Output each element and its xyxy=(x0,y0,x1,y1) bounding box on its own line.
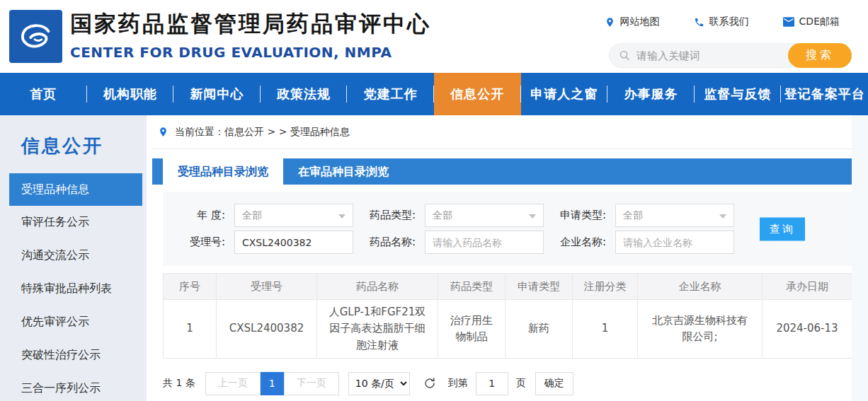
confirm-button[interactable]: 确定 xyxy=(535,372,573,395)
nav-item-party[interactable]: 党建工作 xyxy=(347,73,434,115)
breadcrumb: 当前位置：信息公开 > > 受理品种信息 xyxy=(152,115,852,149)
contact-us-link[interactable]: 联系我们 xyxy=(694,16,749,28)
header-registration-class: 注册分类 xyxy=(573,274,638,300)
apply-type-select[interactable]: 全部 xyxy=(615,204,734,227)
sitemap-link[interactable]: 网站地图 xyxy=(605,16,660,28)
drug-type-select[interactable]: 全部 xyxy=(425,204,544,227)
cde-logo[interactable] xyxy=(9,10,62,63)
cell-registration-class: 1 xyxy=(573,300,638,359)
header-undertake-date: 承办日期 xyxy=(763,274,852,300)
filter-row-2: 受理号: 药品名称: 企业名称: xyxy=(163,231,852,254)
site-title-block: 国家药品监督管理局药品审评中心 CENTER FOR DRUG EVALUATI… xyxy=(70,9,431,61)
breadcrumb-pin-icon xyxy=(158,127,169,137)
year-label: 年 度: xyxy=(163,209,234,222)
nav-item-home[interactable]: 首页 xyxy=(0,73,87,115)
chevron-down-icon xyxy=(338,214,346,219)
page-size-select[interactable]: 10 条/页 xyxy=(348,372,410,395)
pagination-total: 共 1 条 xyxy=(163,377,195,390)
drug-type-label: 药品类型: xyxy=(353,209,425,222)
drug-name-input[interactable] xyxy=(425,231,544,254)
nav-item-policy[interactable]: 政策法规 xyxy=(261,73,348,115)
nav-item-applicant-window[interactable]: 申请人之窗 xyxy=(521,73,608,115)
cell-drug-name: 人GLP-1和FGF21双因子高表达脂肪干细胞注射液 xyxy=(317,300,438,359)
page-body: 信息公开 受理品种信息 审评任务公示 沟通交流公示 特殊审批品种列表 优先审评公… xyxy=(0,115,868,401)
tab-accepted-catalog[interactable]: 受理品种目录浏览 xyxy=(163,158,283,185)
filter-row-1: 年 度: 全部 药品类型: 全部 申请类型: 全部 xyxy=(163,204,852,227)
main-content: 当前位置：信息公开 > > 受理品种信息 受理品种目录浏览 在审品种目录浏览 年… xyxy=(147,115,852,401)
acceptance-number-label: 受理号: xyxy=(163,236,234,249)
site-header: 国家药品监督管理局药品审评中心 CENTER FOR DRUG EVALUATI… xyxy=(0,0,868,73)
sitemap-link-label: 网站地图 xyxy=(620,16,660,28)
header-seq: 序号 xyxy=(164,274,217,300)
cell-drug-type: 治疗用生物制品 xyxy=(438,300,506,359)
location-pin-icon xyxy=(605,17,615,28)
goto-page-input[interactable] xyxy=(476,372,508,395)
chevron-down-icon xyxy=(529,214,536,219)
sidebar-item-three-in-one[interactable]: 三合一序列公示 xyxy=(0,372,147,401)
refresh-icon[interactable] xyxy=(423,377,436,390)
filter-panel: 年 度: 全部 药品类型: 全部 申请类型: 全部 受理号: xyxy=(163,192,852,266)
sidebar-item-review-tasks[interactable]: 审评任务公示 xyxy=(0,206,147,239)
goto-page-unit: 页 xyxy=(516,377,526,390)
chevron-down-icon xyxy=(719,214,726,219)
results-table: 序号 受理号 药品名称 药品类型 申请类型 注册分类 企业名称 承办日期 1 C… xyxy=(163,273,852,359)
header-apply-type: 申请类型 xyxy=(506,274,573,300)
cell-acceptance-number: CXSL2400382 xyxy=(217,300,317,359)
table-header-row: 序号 受理号 药品名称 药品类型 申请类型 注册分类 企业名称 承办日期 xyxy=(164,274,852,300)
goto-page-label: 到第 xyxy=(448,377,468,390)
next-page-button[interactable]: 下一页 xyxy=(284,372,339,395)
header-search-bar: 搜索 xyxy=(609,43,852,68)
cell-company-name: 北京吉源生物科技有限公司; xyxy=(638,300,763,359)
page-background-strip xyxy=(852,115,868,401)
sidebar-item-special-approval[interactable]: 特殊审批品种列表 xyxy=(0,272,147,306)
pagination-bar: 共 1 条 上一页 1 下一页 10 条/页 到第 页 确定 xyxy=(163,372,852,395)
cell-undertake-date: 2024-06-13 xyxy=(763,300,852,359)
sidebar-title: 信息公开 xyxy=(0,115,147,173)
header-company-name: 企业名称 xyxy=(638,274,763,300)
sidebar-item-breakthrough-therapy[interactable]: 突破性治疗公示 xyxy=(0,339,147,372)
breadcrumb-text: 当前位置：信息公开 > > 受理品种信息 xyxy=(175,126,350,139)
drug-name-label: 药品名称: xyxy=(353,236,425,249)
acceptance-number-input[interactable] xyxy=(234,231,353,254)
search-input[interactable] xyxy=(631,50,788,62)
cell-apply-type: 新药 xyxy=(506,300,573,359)
site-title: 国家药品监督管理局药品审评中心 xyxy=(70,9,431,39)
sidebar-item-accepted-varieties[interactable]: 受理品种信息 xyxy=(9,173,142,206)
search-icon xyxy=(610,50,631,62)
nav-item-supervision[interactable]: 监督与反馈 xyxy=(695,73,782,115)
drug-type-select-value: 全部 xyxy=(433,209,452,222)
contact-us-link-label: 联系我们 xyxy=(709,16,749,28)
cde-swirl-icon xyxy=(14,15,58,59)
site-subtitle: CENTER FOR DRUG EVALUATION, NMPA xyxy=(70,44,431,61)
header-drug-type: 药品类型 xyxy=(438,274,506,300)
nav-item-services[interactable]: 办事服务 xyxy=(607,73,695,115)
sidebar-item-communication[interactable]: 沟通交流公示 xyxy=(0,239,147,272)
year-select-value: 全部 xyxy=(242,209,262,222)
company-name-input[interactable] xyxy=(615,231,734,254)
apply-type-select-value: 全部 xyxy=(623,209,643,222)
header-drug-name: 药品名称 xyxy=(317,274,438,300)
phone-icon xyxy=(694,17,704,28)
prev-page-button[interactable]: 上一页 xyxy=(205,372,261,395)
search-button[interactable]: 搜索 xyxy=(788,43,852,68)
page-number-button[interactable]: 1 xyxy=(261,372,284,395)
nav-item-news[interactable]: 新闻中心 xyxy=(173,73,261,115)
company-name-label: 企业名称: xyxy=(544,236,615,249)
header-acceptance-number: 受理号 xyxy=(217,274,317,300)
header-quick-links: 网站地图 联系我们 CDE邮箱 xyxy=(605,16,840,28)
cde-mail-link[interactable]: CDE邮箱 xyxy=(783,16,840,28)
tab-under-review-catalog[interactable]: 在审品种目录浏览 xyxy=(283,158,404,185)
sidebar-item-priority-review[interactable]: 优先审评公示 xyxy=(0,306,147,339)
cell-seq: 1 xyxy=(164,300,217,359)
query-button[interactable]: 查询 xyxy=(760,217,805,240)
tab-bar: 受理品种目录浏览 在审品种目录浏览 xyxy=(152,158,852,185)
apply-type-label: 申请类型: xyxy=(544,209,615,222)
main-nav: 首页 机构职能 新闻中心 政策法规 党建工作 信息公开 申请人之窗 办事服务 监… xyxy=(0,73,868,115)
year-select[interactable]: 全部 xyxy=(234,204,353,227)
nav-item-registration-platform[interactable]: 登记备案平台 xyxy=(781,73,868,115)
sidebar: 信息公开 受理品种信息 审评任务公示 沟通交流公示 特殊审批品种列表 优先审评公… xyxy=(0,115,147,401)
envelope-icon xyxy=(783,17,794,27)
cde-mail-link-label: CDE邮箱 xyxy=(799,16,840,28)
nav-item-info-disclosure[interactable]: 信息公开 xyxy=(434,73,521,115)
nav-item-functions[interactable]: 机构职能 xyxy=(87,73,174,115)
